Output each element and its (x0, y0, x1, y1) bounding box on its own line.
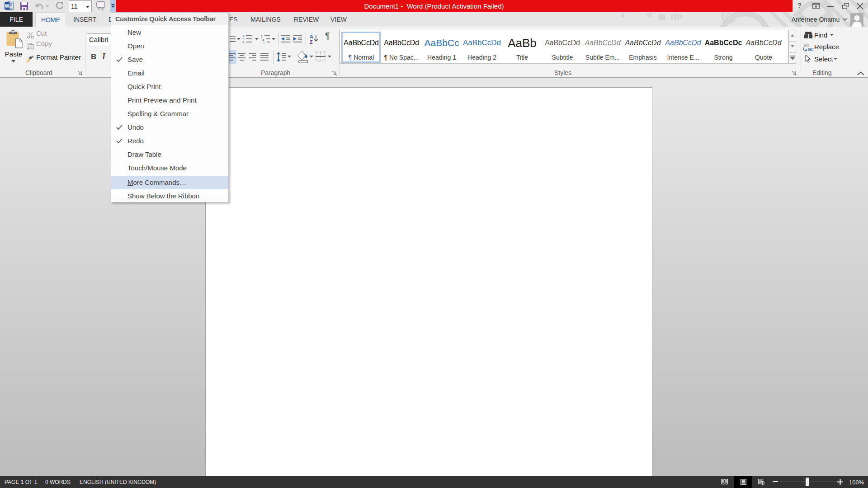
svg-text:1: 1 (261, 35, 263, 38)
svg-text:Z: Z (310, 39, 313, 44)
svg-text:A: A (310, 34, 313, 39)
svg-text:2: 2 (242, 38, 244, 41)
svg-text:i: i (264, 41, 264, 44)
svg-text:3: 3 (242, 41, 244, 44)
svg-text:W: W (5, 4, 9, 9)
svg-text:1: 1 (242, 34, 244, 38)
svg-text:a: a (262, 38, 264, 41)
